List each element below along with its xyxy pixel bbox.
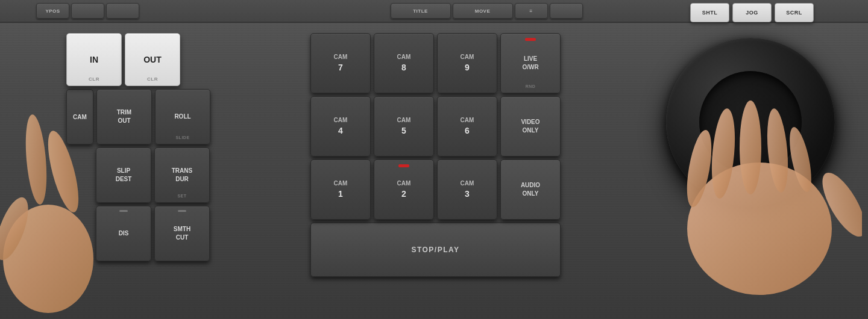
cam5-label: CAM — [397, 116, 411, 125]
trans-dur-key[interactable]: TRANSDUR SET — [154, 147, 210, 203]
menu-key[interactable]: ≡ — [515, 3, 548, 19]
blank-key-3[interactable] — [550, 3, 583, 19]
smth-cut-indicator — [178, 210, 186, 212]
jog-wheel-inner — [699, 71, 802, 173]
in-clr-label: CLR — [89, 76, 99, 82]
cam-7-key[interactable]: CAM 7 — [310, 33, 371, 93]
video-only-label: VIDEOONLY — [521, 118, 539, 135]
in-out-row: IN CLR OUT CLR — [66, 33, 210, 86]
cam1-label: CAM — [334, 179, 348, 188]
cam-3-key[interactable]: CAM 3 — [437, 160, 497, 220]
cam-1-key[interactable]: CAM 1 — [310, 160, 371, 220]
ypos-key[interactable]: YPOS — [36, 3, 69, 19]
cam6-num: 6 — [465, 125, 470, 137]
set-sublabel: SET — [177, 193, 186, 199]
cam8-label: CAM — [397, 52, 411, 61]
cam9-label: CAM — [461, 52, 474, 61]
shtl-key[interactable]: SHTL — [690, 3, 729, 22]
cam7-num: 7 — [338, 61, 343, 74]
cam3-label: CAM — [461, 179, 474, 188]
transport-keys: SHTL JOG SCRL — [690, 3, 814, 22]
trim-out-key[interactable]: TRIMOUT — [96, 89, 152, 144]
cam2-num: 2 — [401, 188, 406, 200]
cam6-label: CAM — [461, 116, 474, 125]
keyboard-layout: YPOS TITLE MOVE ≡ SHTL JOG SCRL IN CLR O… — [0, 0, 868, 319]
cam7-label: CAM — [334, 52, 348, 61]
jog-area — [666, 33, 835, 206]
dis-label: DIS — [119, 229, 129, 238]
cam9-num: 9 — [465, 61, 470, 74]
cam-4-key[interactable]: CAM 4 — [310, 96, 371, 156]
cam-2-key[interactable]: CAM 2 — [374, 160, 434, 220]
dark-row-3: DIS SMTHCUT — [96, 206, 210, 261]
cam-row-bot: CAM 1 CAM 2 CAM 3 AUDIOONLY — [310, 160, 561, 220]
live-owr-label: LIVEO/WR — [522, 55, 538, 72]
live-owr-indicator — [525, 38, 536, 41]
trans-dur-label: TRANSDUR — [172, 167, 192, 184]
cam-row-top: CAM 7 CAM 8 CAM 9 LIVEO/WR RND — [310, 33, 561, 93]
rnd-sublabel: RND — [526, 84, 536, 90]
cam-5-key[interactable]: CAM 5 — [374, 96, 434, 156]
blank-key-1[interactable] — [71, 3, 104, 19]
slip-dest-key[interactable]: SLIPDEST — [96, 147, 151, 203]
cam-partial-key[interactable]: CAM — [66, 89, 93, 144]
smth-cut-label: SMTHCUT — [174, 225, 190, 242]
stop-play-key[interactable]: STOP/PLAY — [310, 223, 561, 277]
audio-only-label: AUDIOONLY — [521, 181, 540, 198]
title-key[interactable]: TITLE — [391, 3, 451, 19]
cam-8-key[interactable]: CAM 8 — [374, 33, 434, 93]
dark-row-2: SLIPDEST TRANSDUR SET — [66, 147, 210, 203]
dark-row-1: CAM TRIMOUT ROLL SLIDE — [66, 89, 210, 144]
cam-9-key[interactable]: CAM 9 — [437, 33, 497, 93]
out-label: OUT — [143, 55, 162, 64]
cam1-num: 1 — [338, 188, 343, 200]
smth-cut-key[interactable]: SMTHCUT — [154, 206, 210, 261]
slip-dest-label: SLIPDEST — [116, 167, 132, 184]
cam3-num: 3 — [465, 188, 470, 200]
in-key[interactable]: IN CLR — [66, 33, 122, 86]
roll-label: ROLL — [174, 113, 190, 121]
out-key[interactable]: OUT CLR — [125, 33, 180, 86]
blank-key-2[interactable] — [106, 3, 139, 19]
move-key[interactable]: MOVE — [453, 3, 513, 19]
stop-play-label: STOP/PLAY — [411, 246, 459, 254]
out-clr-label: CLR — [147, 76, 158, 82]
cam4-num: 4 — [338, 125, 343, 137]
left-edit-section: IN CLR OUT CLR CAM TRIMOUT ROLL SLIDE — [66, 33, 210, 261]
cam4-label: CAM — [334, 116, 348, 125]
in-label: IN — [90, 55, 98, 64]
cam8-num: 8 — [401, 61, 406, 74]
trim-out-label: TRIMOUT — [117, 108, 131, 125]
live-owr-key[interactable]: LIVEO/WR RND — [500, 33, 561, 93]
cam-row-mid: CAM 4 CAM 5 CAM 6 VIDEOONLY — [310, 96, 561, 156]
jog-wheel[interactable] — [666, 38, 835, 206]
cam-6-key[interactable]: CAM 6 — [437, 96, 497, 156]
dis-indicator — [119, 210, 128, 212]
video-only-key[interactable]: VIDEOONLY — [500, 96, 561, 156]
cam-partial-label: CAM — [73, 114, 87, 120]
cam2-label: CAM — [397, 179, 411, 188]
stop-play-row: STOP/PLAY — [310, 223, 561, 277]
audio-only-key[interactable]: AUDIOONLY — [500, 160, 561, 220]
roll-key[interactable]: ROLL SLIDE — [155, 89, 210, 144]
dark-rows: CAM TRIMOUT ROLL SLIDE SLIPDEST TRANSDUR… — [66, 89, 210, 261]
scrl-key[interactable]: SCRL — [775, 3, 814, 22]
cam-section: CAM 7 CAM 8 CAM 9 LIVEO/WR RND CAM 4 — [310, 33, 561, 277]
slide-sublabel: SLIDE — [175, 135, 189, 141]
cam2-indicator — [398, 164, 409, 167]
dis-key[interactable]: DIS — [96, 206, 151, 261]
cam5-num: 5 — [401, 125, 406, 137]
jog-key[interactable]: JOG — [732, 3, 772, 22]
